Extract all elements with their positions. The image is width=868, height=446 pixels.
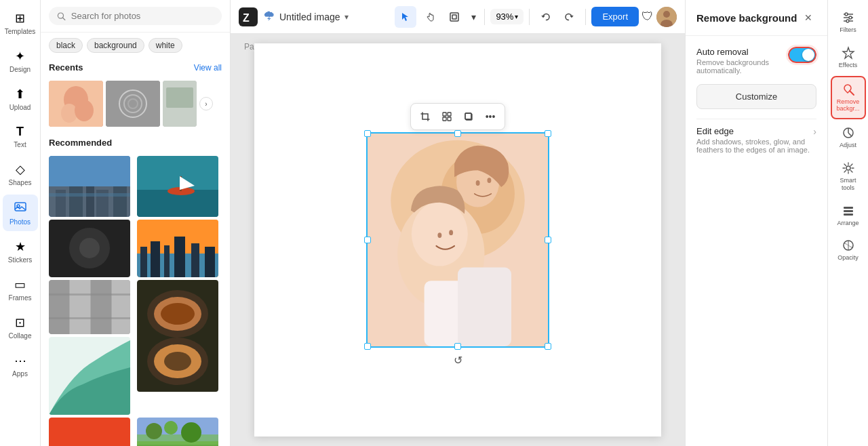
sidebar-item-shapes[interactable]: ◇ Shapes: [3, 157, 38, 192]
selection-handle-bm[interactable]: [454, 343, 461, 350]
svg-rect-66: [450, 13, 458, 21]
svg-point-30: [79, 238, 100, 258]
selection-handle-tl[interactable]: [364, 130, 371, 137]
toolbar-divider-2: [529, 9, 530, 25]
view-all-link[interactable]: View all: [194, 63, 222, 73]
selection-handle-tr[interactable]: [545, 130, 551, 137]
recent-thumb-spiral[interactable]: [106, 81, 160, 127]
selection-handle-mr[interactable]: [545, 237, 551, 243]
right-nav-filters[interactable]: Filters: [831, 5, 866, 39]
right-nav-remove-bg[interactable]: Remove backgr...: [831, 76, 866, 120]
recent-thumb-kids[interactable]: [49, 81, 103, 127]
sidebar-item-apps[interactable]: ⋯ Apps: [3, 348, 38, 383]
edit-edge-row[interactable]: Edit edge Add shadows, strokes, glow, an…: [696, 119, 816, 161]
undo-button[interactable]: [535, 6, 557, 28]
image-tool-grid[interactable]: [437, 106, 457, 127]
selected-image-container[interactable]: •••: [366, 132, 549, 348]
svg-rect-45: [49, 293, 130, 296]
tag-black[interactable]: black: [49, 38, 83, 53]
rotate-handle[interactable]: ↺: [454, 354, 462, 367]
right-nav-opacity[interactable]: Opacity: [831, 233, 866, 267]
select-tool-button[interactable]: [395, 6, 416, 28]
photos-grid: [49, 156, 222, 446]
sidebar-item-design[interactable]: ✦ Design: [3, 43, 38, 79]
svg-rect-39: [205, 247, 215, 277]
right-nav-smart-tools[interactable]: Smart tools: [831, 156, 866, 197]
search-input-wrap[interactable]: [49, 7, 222, 25]
right-nav-adjust[interactable]: Adjust: [831, 121, 866, 155]
opacity-label: Opacity: [837, 254, 859, 262]
right-nav-arrange[interactable]: Arrange: [831, 199, 866, 232]
sidebar-item-text[interactable]: T Text: [3, 119, 38, 154]
text-icon: T: [16, 125, 24, 139]
hand-tool-button[interactable]: [419, 6, 441, 28]
zoom-control[interactable]: 93% ▾: [490, 9, 524, 24]
upload-icon: ⬆: [15, 87, 25, 102]
svg-point-94: [849, 16, 852, 19]
sidebar-item-stickers[interactable]: ★ Stickers: [3, 234, 38, 269]
sidebar-item-label: Upload: [9, 104, 31, 111]
svg-line-97: [850, 91, 854, 95]
sidebar-item-templates[interactable]: ⊞ Templates: [3, 5, 38, 41]
sidebar-item-label: Templates: [5, 28, 36, 35]
frame-tool-button[interactable]: [443, 6, 465, 28]
image-tool-crop[interactable]: [415, 106, 435, 127]
recents-scroll-right[interactable]: ›: [199, 97, 213, 110]
avatar[interactable]: [656, 7, 677, 27]
toggle-knob: [802, 49, 814, 61]
doc-title-area[interactable]: 🌩 Untitled image ▾: [263, 9, 349, 24]
photo-teal-abstract[interactable]: [49, 337, 134, 415]
close-button[interactable]: ✕: [800, 9, 816, 26]
sidebar-item-photos[interactable]: Photos: [3, 195, 38, 231]
tag-background[interactable]: background: [87, 38, 144, 53]
toolbar-divider-1: [484, 9, 485, 25]
recents-row: ›: [41, 81, 230, 134]
export-button[interactable]: Export: [591, 7, 639, 26]
photos-scroll[interactable]: [41, 156, 230, 446]
photo-food-bowls[interactable]: [137, 280, 222, 415]
photo-metal-rolls[interactable]: [49, 280, 134, 334]
sidebar-item-upload[interactable]: ⬆ Upload: [3, 81, 38, 117]
selection-handle-ml[interactable]: [364, 237, 371, 243]
svg-rect-102: [844, 214, 853, 216]
edit-edge-desc: Add shadows, strokes, glow, and feathers…: [696, 138, 813, 154]
photo-green-field[interactable]: [137, 418, 222, 446]
tag-white[interactable]: white: [149, 38, 182, 53]
svg-rect-38: [191, 243, 199, 277]
effects-icon: [842, 46, 855, 60]
image-tool-copy[interactable]: [458, 106, 479, 127]
shield-icon[interactable]: 🛡: [642, 9, 654, 24]
arrange-icon: [842, 204, 855, 218]
right-nav-effects[interactable]: Effects: [831, 41, 866, 75]
edit-edge-text: Edit edge Add shadows, strokes, glow, an…: [696, 126, 813, 154]
customize-button[interactable]: Customize: [696, 84, 816, 109]
redo-button[interactable]: [558, 6, 580, 28]
svg-point-61: [181, 422, 201, 443]
svg-point-99: [846, 166, 850, 170]
svg-rect-13: [166, 87, 193, 108]
canvas-page[interactable]: •••: [254, 43, 661, 437]
right-panel: Filters Effects Remove backgr... Adjust …: [827, 0, 868, 446]
image-tool-more[interactable]: •••: [480, 106, 500, 127]
selection-handle-bl[interactable]: [364, 343, 371, 350]
photo-dark-abstract[interactable]: [49, 220, 134, 277]
sidebar-item-label: Shapes: [9, 179, 32, 186]
svg-point-89: [487, 178, 491, 183]
frame-tool-chevron[interactable]: ▾: [468, 6, 479, 28]
photo-city-sunset[interactable]: [137, 220, 222, 277]
selection-handle-tm[interactable]: [454, 130, 461, 137]
auto-removal-toggle[interactable]: [788, 47, 816, 63]
svg-point-53: [164, 352, 191, 371]
recent-thumb-partial[interactable]: [163, 81, 197, 127]
search-input[interactable]: [71, 11, 214, 21]
photo-ocean-boat[interactable]: [137, 156, 222, 217]
sidebar-item-collage[interactable]: ⊡ Collage: [3, 310, 38, 345]
design-icon: ✦: [15, 49, 25, 64]
selection-handle-br[interactable]: [545, 343, 551, 350]
toolbar-tools: ▾ 93% ▾ Export 🛡: [395, 6, 677, 28]
photo-orange-solid[interactable]: [49, 418, 134, 446]
sidebar-item-frames[interactable]: ▭ Frames: [3, 272, 38, 307]
photo-city-sky[interactable]: [49, 156, 134, 217]
remove-bg-label: Remove backgr...: [835, 98, 862, 113]
svg-rect-35: [151, 241, 160, 277]
